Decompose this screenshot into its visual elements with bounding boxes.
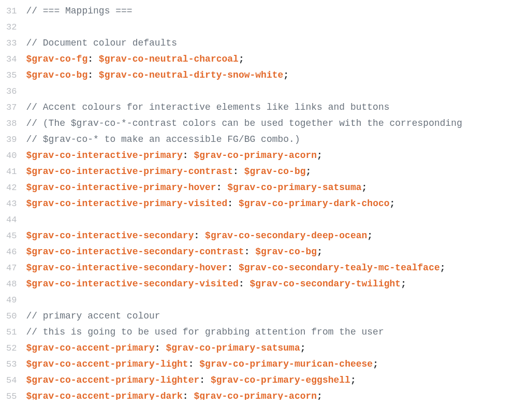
token-punct: ; bbox=[390, 198, 395, 209]
token-variable: $grav-co-interactive-primary-visited bbox=[26, 198, 227, 209]
code-line[interactable]: // (The $grav-co-*-contrast colors can b… bbox=[26, 115, 530, 132]
token-punct: ; bbox=[283, 70, 289, 80]
code-line[interactable] bbox=[26, 292, 530, 308]
line-number: 35 bbox=[6, 67, 17, 83]
token-variable: $grav-co-neutral-charcoal bbox=[99, 54, 239, 64]
token-punct: : bbox=[155, 343, 166, 353]
line-number: 45 bbox=[6, 228, 17, 244]
token-punct: ; bbox=[317, 247, 322, 257]
token-variable: $grav-co-fg bbox=[26, 54, 87, 64]
code-area[interactable]: // === Mappings === // Document colour d… bbox=[26, 0, 530, 420]
token-comment: // (The $grav-co-*-contrast colors can b… bbox=[26, 118, 462, 128]
token-punct: ; bbox=[373, 359, 378, 369]
line-number: 49 bbox=[6, 292, 17, 308]
token-comment: // primary accent colour bbox=[26, 311, 160, 321]
line-number: 50 bbox=[6, 308, 17, 324]
token-variable: $grav-co-interactive-primary-hover bbox=[26, 182, 216, 193]
token-punct: ; bbox=[317, 150, 322, 161]
code-line[interactable]: $grav-co-bg: $grav-co-neutral-dirty-snow… bbox=[26, 67, 530, 83]
token-variable: $grav-co-secondary-tealy-mc-tealface bbox=[239, 263, 440, 273]
token-punct: : bbox=[87, 54, 99, 64]
line-number: 51 bbox=[6, 324, 17, 340]
code-line[interactable]: $grav-co-accent-primary-light: $grav-co-… bbox=[26, 356, 530, 372]
line-number: 41 bbox=[6, 164, 17, 180]
code-line[interactable]: $grav-co-interactive-primary-visited: $g… bbox=[26, 196, 530, 212]
token-variable: $grav-co-secondary-deep-ocean bbox=[205, 230, 367, 241]
line-number: 47 bbox=[6, 260, 17, 276]
line-number: 34 bbox=[6, 51, 17, 67]
code-line[interactable]: $grav-co-interactive-secondary: $grav-co… bbox=[26, 228, 530, 244]
token-punct: ; bbox=[350, 375, 356, 385]
line-number: 54 bbox=[6, 372, 17, 388]
token-comment: // === Mappings === bbox=[26, 6, 132, 16]
line-number: 38 bbox=[6, 115, 17, 132]
token-variable: $grav-co-primary-dark-choco bbox=[239, 198, 390, 209]
code-line[interactable]: // Accent colours for interactive elemen… bbox=[26, 99, 530, 115]
code-line[interactable]: $grav-co-accent-primary-dark: $grav-co-p… bbox=[26, 388, 530, 400]
token-punct: : bbox=[87, 70, 99, 80]
token-variable: $grav-co-bg bbox=[244, 166, 306, 177]
code-line[interactable]: $grav-co-interactive-primary: $grav-co-p… bbox=[26, 148, 530, 164]
line-number: 31 bbox=[6, 3, 17, 19]
token-variable: $grav-co-interactive-secondary-contrast bbox=[26, 247, 244, 257]
code-line[interactable]: // this is going to be used for grabbing… bbox=[26, 324, 530, 340]
code-line[interactable] bbox=[26, 83, 530, 99]
token-punct: ; bbox=[440, 263, 446, 273]
token-variable: $grav-co-primary-acorn bbox=[194, 391, 317, 400]
token-variable: $grav-co-interactive-secondary-hover bbox=[26, 263, 227, 273]
code-line[interactable] bbox=[26, 212, 530, 228]
token-variable: $grav-co-primary-satsuma bbox=[227, 182, 361, 193]
code-line[interactable]: $grav-co-accent-primary: $grav-co-primar… bbox=[26, 340, 530, 356]
code-line[interactable]: // Document colour defaults bbox=[26, 35, 530, 51]
token-punct: : bbox=[244, 247, 256, 257]
line-number: 44 bbox=[6, 212, 17, 228]
code-line[interactable] bbox=[26, 19, 530, 35]
token-punct: ; bbox=[239, 54, 244, 64]
code-line[interactable]: $grav-co-interactive-secondary-contrast:… bbox=[26, 244, 530, 260]
token-punct: : bbox=[183, 391, 194, 400]
token-variable: $grav-co-accent-primary-lighter bbox=[26, 375, 199, 385]
line-number: 40 bbox=[6, 148, 17, 164]
code-editor[interactable]: 3132333435363738394041424344454647484950… bbox=[0, 0, 530, 420]
token-variable: $grav-co-interactive-primary-contrast bbox=[26, 166, 233, 177]
token-variable: $grav-co-primary-acorn bbox=[194, 150, 317, 161]
token-variable: $grav-co-accent-primary-light bbox=[26, 359, 188, 369]
token-variable: $grav-co-interactive-secondary bbox=[26, 230, 194, 241]
code-line[interactable]: $grav-co-accent-primary-lighter: $grav-c… bbox=[26, 372, 530, 388]
token-punct: : bbox=[188, 359, 200, 369]
line-number-gutter: 3132333435363738394041424344454647484950… bbox=[0, 0, 26, 420]
token-variable: $grav-co-primary-eggshell bbox=[211, 375, 350, 385]
token-punct: ; bbox=[306, 166, 312, 177]
token-variable: $grav-co-primary-satsuma bbox=[166, 343, 300, 353]
code-line[interactable]: // primary accent colour bbox=[26, 308, 530, 324]
token-variable: $grav-co-secondary-twilight bbox=[249, 279, 401, 289]
token-comment: // Accent colours for interactive elemen… bbox=[26, 102, 389, 112]
code-line[interactable]: $grav-co-interactive-primary-contrast: $… bbox=[26, 164, 530, 180]
token-punct: : bbox=[183, 150, 194, 161]
token-punct: : bbox=[227, 263, 239, 273]
line-number: 43 bbox=[6, 196, 17, 212]
code-line[interactable]: // === Mappings === bbox=[26, 3, 530, 19]
line-number: 37 bbox=[6, 99, 17, 115]
token-punct: : bbox=[194, 230, 205, 241]
token-variable: $grav-co-bg bbox=[255, 247, 317, 257]
line-number: 53 bbox=[6, 356, 17, 372]
token-variable: $grav-co-accent-primary-dark bbox=[26, 391, 182, 400]
code-line[interactable]: // $grav-co-* to make an accessible FG/B… bbox=[26, 132, 530, 148]
code-line[interactable]: $grav-co-interactive-primary-hover: $gra… bbox=[26, 180, 530, 196]
token-punct: : bbox=[216, 182, 228, 193]
line-number: 32 bbox=[6, 19, 17, 35]
token-punct: ; bbox=[367, 230, 373, 241]
code-line[interactable]: $grav-co-fg: $grav-co-neutral-charcoal; bbox=[26, 51, 530, 67]
code-line[interactable]: $grav-co-interactive-secondary-hover: $g… bbox=[26, 260, 530, 276]
token-punct: : bbox=[233, 166, 244, 177]
token-punct: ; bbox=[300, 343, 306, 353]
line-number: 36 bbox=[6, 83, 17, 99]
token-punct: ; bbox=[362, 182, 367, 193]
line-number: 48 bbox=[6, 276, 17, 292]
token-punct: : bbox=[227, 198, 239, 209]
line-number: 46 bbox=[6, 244, 17, 260]
code-line[interactable]: $grav-co-interactive-secondary-visited: … bbox=[26, 276, 530, 292]
token-comment: // $grav-co-* to make an accessible FG/B… bbox=[26, 134, 300, 144]
token-variable: $grav-co-bg bbox=[26, 70, 87, 80]
